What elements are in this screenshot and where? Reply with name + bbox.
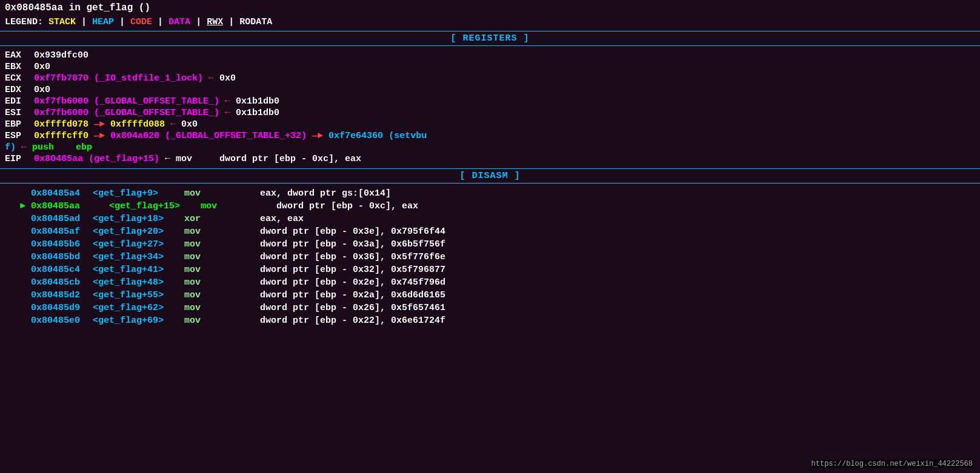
disasm-ops-8: dword ptr [ebp - 0x2e], 0x745f796d bbox=[233, 277, 445, 288]
disasm-row-9: 0x80485d2 <get_flag+55>mov dword ptr [eb… bbox=[15, 289, 975, 302]
disasm-row-6: 0x80485bd <get_flag+34>mov dword ptr [eb… bbox=[15, 251, 975, 263]
reg-esi-val: 0x1b1db0 bbox=[236, 108, 279, 118]
reg-ebp-name: EBP bbox=[5, 119, 34, 130]
reg-ecx-addr: 0xf7fb7870 (_IO_stdfile_1_lock) bbox=[34, 73, 203, 84]
disasm-mnem-4: mov bbox=[184, 227, 233, 237]
legend-rodata: RODATA bbox=[239, 17, 272, 27]
legend-sep1: | bbox=[76, 17, 92, 27]
reg-eax: EAX 0x939dfc00 bbox=[5, 50, 975, 61]
disasm-label-10: <get_flag+62> bbox=[87, 303, 184, 313]
legend-stack: STACK bbox=[48, 17, 76, 27]
reg-esi: ESI 0xf7fb6000 (_GLOBAL_OFFSET_TABLE_) ←… bbox=[5, 107, 975, 119]
legend-prefix: LEGEND: bbox=[5, 17, 48, 27]
disasm-label-6: <get_flag+34> bbox=[87, 252, 184, 262]
disasm-label-11: <get_flag+69> bbox=[87, 316, 184, 326]
disasm-addr-10: 0x80485d9 bbox=[15, 303, 87, 313]
reg-esi-name: ESI bbox=[5, 108, 34, 118]
header-title: 0x080485aa in get_flag () bbox=[0, 0, 980, 16]
reg-ebp-addr: 0xffffd078 bbox=[34, 119, 88, 130]
reg-edx-name: EDX bbox=[5, 85, 34, 95]
disasm-ops-1: eax, dword ptr gs:[0x14] bbox=[233, 188, 391, 199]
legend-sep4: | bbox=[190, 17, 207, 27]
legend-rwx: RWX bbox=[207, 17, 223, 27]
reg-ecx-arrow: ← bbox=[203, 73, 219, 84]
reg-ebp-arrow1: —► bbox=[88, 119, 110, 130]
disasm-label-8: <get_flag+48> bbox=[87, 277, 184, 288]
disasm-title-text: [ DISASM ] bbox=[459, 171, 520, 181]
reg-edi-arrow: ← bbox=[219, 96, 236, 107]
reg-eip-addr: 0x80485aa (get_flag+15) bbox=[34, 154, 159, 164]
main-container: 0x080485aa in get_flag () LEGEND: STACK … bbox=[0, 0, 980, 473]
disasm-row-2: ► 0x80485aa <get_flag+15>mov dword ptr [… bbox=[15, 200, 975, 213]
disasm-divider: [ DISASM ] bbox=[0, 168, 980, 184]
disasm-label-7: <get_flag+41> bbox=[87, 265, 184, 275]
reg-edi-val: 0x1b1db0 bbox=[236, 96, 279, 107]
disasm-label-5: <get_flag+27> bbox=[87, 239, 184, 250]
disasm-label-1: <get_flag+9> bbox=[87, 188, 184, 199]
reg-esp-val: 0xf7e64360 (setvbu bbox=[328, 131, 427, 141]
disasm-ops-6: dword ptr [ebp - 0x36], 0x5f776f6e bbox=[233, 252, 445, 262]
reg-esi-arrow: ← bbox=[219, 108, 236, 118]
reg-esp-arrow1: —► bbox=[88, 131, 110, 141]
reg-edx-value: 0x0 bbox=[34, 85, 50, 95]
legend-code: CODE bbox=[130, 17, 152, 27]
disasm-addr-6: 0x80485bd bbox=[15, 252, 87, 262]
disasm-row-8: 0x80485cb <get_flag+48>mov dword ptr [eb… bbox=[15, 276, 975, 289]
reg-ecx-val: 0x0 bbox=[219, 73, 236, 84]
registers-title-text: [ REGISTERS ] bbox=[450, 33, 529, 44]
reg-edi-name: EDI bbox=[5, 96, 34, 107]
disasm-row-3: 0x80485ad <get_flag+18>xor eax, eax bbox=[15, 213, 975, 225]
disasm-row-10: 0x80485d9 <get_flag+62>mov dword ptr [eb… bbox=[15, 302, 975, 314]
disasm-mnem-2: mov bbox=[201, 201, 249, 211]
reg-esp-name: ESP bbox=[5, 131, 34, 141]
disasm-row-1: 0x80485a4 <get_flag+9> mov eax, dword pt… bbox=[15, 187, 975, 200]
disasm-mnem-3: xor bbox=[184, 214, 233, 224]
reg-esp-cont-arrow: ← bbox=[16, 142, 32, 153]
disasm-ops-9: dword ptr [ebp - 0x2a], 0x6d6d6165 bbox=[233, 290, 445, 300]
watermark: https://blog.csdn.net/weixin_44222568 bbox=[812, 460, 973, 468]
reg-eax-name: EAX bbox=[5, 50, 34, 61]
disasm-arrow: ► bbox=[15, 201, 31, 211]
legend-line: LEGEND: STACK | HEAP | CODE | DATA | RWX… bbox=[0, 16, 980, 28]
disasm-mnem-11: mov bbox=[184, 316, 233, 326]
reg-ebp: EBP 0xffffd078 —► 0xffffd088 ← 0x0 bbox=[5, 119, 975, 130]
disasm-label-2: <get_flag+15> bbox=[104, 201, 201, 211]
disasm-mnem-9: mov bbox=[184, 290, 233, 300]
disasm-addr-1: 0x80485a4 bbox=[15, 188, 87, 199]
reg-ebp-val: 0x0 bbox=[181, 119, 198, 130]
reg-ebp-arrow2: ← bbox=[165, 119, 181, 130]
registers-section: EAX 0x939dfc00 EBX 0x0 ECX 0xf7fb7870 (_… bbox=[0, 48, 980, 166]
reg-esi-addr: 0xf7fb6000 (_GLOBAL_OFFSET_TABLE_) bbox=[34, 108, 219, 118]
disasm-addr-2: 0x80485aa bbox=[31, 201, 104, 211]
disasm-row-4: 0x80485af <get_flag+20>mov dword ptr [eb… bbox=[15, 225, 975, 238]
reg-esp-cont-val: f) bbox=[5, 142, 16, 153]
reg-esp-addr: 0xffffcff0 bbox=[34, 131, 88, 141]
disasm-mnem-1: mov bbox=[184, 188, 233, 199]
disasm-row-7: 0x80485c4 <get_flag+41>mov dword ptr [eb… bbox=[15, 263, 975, 276]
disasm-row-11: 0x80485e0 <get_flag+69>mov dword ptr [eb… bbox=[15, 314, 975, 327]
disasm-addr-5: 0x80485b6 bbox=[15, 239, 87, 250]
disasm-ops-3: eax, eax bbox=[233, 214, 304, 224]
disasm-ops-4: dword ptr [ebp - 0x3e], 0x795f6f44 bbox=[233, 227, 445, 237]
reg-eip-arrow: ← mov dword ptr [ebp - 0xc], eax bbox=[159, 154, 361, 164]
legend-sep5: | bbox=[223, 17, 239, 27]
reg-esp-cont-instr: push ebp bbox=[32, 142, 92, 153]
reg-eax-value: 0x939dfc00 bbox=[34, 50, 88, 61]
reg-ecx: ECX 0xf7fb7870 (_IO_stdfile_1_lock) ← 0x… bbox=[5, 73, 975, 84]
reg-eip: EIP 0x80485aa (get_flag+15) ← mov dword … bbox=[5, 153, 975, 165]
disasm-section: 0x80485a4 <get_flag+9> mov eax, dword pt… bbox=[0, 186, 980, 328]
disasm-addr-7: 0x80485c4 bbox=[15, 265, 87, 275]
disasm-mnem-7: mov bbox=[184, 265, 233, 275]
reg-esp: ESP 0xffffcff0 —► 0x804a020 (_GLOBAL_OFF… bbox=[5, 130, 975, 142]
legend-heap: HEAP bbox=[92, 17, 114, 27]
disasm-addr-3: 0x80485ad bbox=[15, 214, 87, 224]
reg-esp-arrow2: —► bbox=[307, 131, 328, 141]
reg-ebp-addr2: 0xffffd088 bbox=[110, 119, 165, 130]
disasm-ops-7: dword ptr [ebp - 0x32], 0x5f796877 bbox=[233, 265, 445, 275]
disasm-addr-9: 0x80485d2 bbox=[15, 290, 87, 300]
reg-eip-name: EIP bbox=[5, 154, 34, 164]
disasm-mnem-6: mov bbox=[184, 252, 233, 262]
disasm-mnem-8: mov bbox=[184, 277, 233, 288]
disasm-addr-4: 0x80485af bbox=[15, 227, 87, 237]
reg-edi: EDI 0xf7fb6000 (_GLOBAL_OFFSET_TABLE_) ←… bbox=[5, 96, 975, 107]
